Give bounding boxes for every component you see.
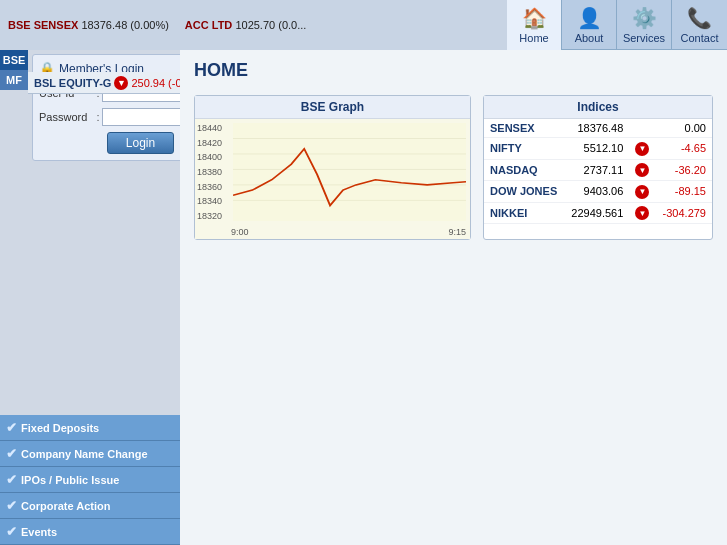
password-sep: : (94, 111, 102, 123)
indices-row: DOW JONES 9403.06 ▼ -89.15 (484, 181, 712, 203)
accordion-item[interactable]: ✔ Events (0, 519, 180, 545)
bse-graph-title: BSE Graph (195, 96, 470, 119)
top-navigation: 🏠 Home 👤 About ⚙️ Services 📞 Contact (507, 0, 727, 50)
nav-contact[interactable]: 📞 Contact (672, 0, 727, 50)
idx-change: 0.00 (656, 119, 712, 138)
svg-rect-0 (233, 123, 466, 221)
indices-row: NASDAQ 2737.11 ▼ -36.20 (484, 159, 712, 181)
indices-panel: Indices SENSEX 18376.48 0.00 NIFTY 5512.… (483, 95, 713, 240)
nav-home-label: Home (519, 32, 548, 44)
indices-row: NIFTY 5512.10 ▼ -4.65 (484, 138, 712, 160)
y-label-6: 18340 (197, 196, 222, 206)
bse-tab[interactable]: BSE (0, 50, 28, 70)
idx-arrow-cell (629, 119, 655, 138)
nav-contact-label: Contact (681, 32, 719, 44)
y-label-4: 18380 (197, 167, 222, 177)
indices-row: SENSEX 18376.48 0.00 (484, 119, 712, 138)
mf-tab[interactable]: MF (0, 70, 28, 90)
idx-value: 5512.10 (564, 138, 629, 160)
idx-value: 18376.48 (564, 119, 629, 138)
password-label: Password (39, 111, 94, 123)
idx-name: DOW JONES (484, 181, 564, 203)
accordion-item[interactable]: ✔ Company Name Change (0, 441, 180, 467)
graph-area: © BSEIndia.com 18440 18420 18400 18380 1… (195, 119, 470, 239)
x-label-end: 9:15 (448, 227, 466, 237)
main-content: HOME BSE Graph © BSEIndia.com 18440 1842… (180, 50, 727, 545)
indices-title: Indices (484, 96, 712, 119)
sidebar-top: BSE MF 🔒 Member's Login User Id : Passwo… (0, 50, 180, 165)
accordion-label: Fixed Deposits (21, 422, 99, 434)
accordion-item[interactable]: ✔ IPOs / Public Issue (0, 467, 180, 493)
idx-change: -304.279 (656, 202, 712, 224)
idx-name: NIKKEI (484, 202, 564, 224)
idx-name: NIFTY (484, 138, 564, 160)
home-icon: 🏠 (522, 6, 547, 30)
idx-direction-icon: ▼ (635, 163, 649, 177)
idx-name: NASDAQ (484, 159, 564, 181)
idx-value: 22949.561 (564, 202, 629, 224)
bse-graph-svg (233, 123, 466, 221)
idx-direction-icon: ▼ (635, 185, 649, 199)
nav-about-label: About (575, 32, 604, 44)
nav-home[interactable]: 🏠 Home (507, 0, 562, 50)
idx-arrow-cell: ▼ (629, 138, 655, 160)
x-label-start: 9:00 (231, 227, 249, 237)
idx-change: -89.15 (656, 181, 712, 203)
idx-value: 9403.06 (564, 181, 629, 203)
accordion-check-icon: ✔ (6, 498, 17, 513)
y-label-7: 18320 (197, 211, 222, 221)
y-label-1: 18440 (197, 123, 222, 133)
bsl-down-arrow: ▼ (114, 76, 128, 90)
accordion-check-icon: ✔ (6, 472, 17, 487)
services-icon: ⚙️ (632, 6, 657, 30)
page-title: HOME (180, 50, 727, 87)
indices-row: NIKKEI 22949.561 ▼ -304.279 (484, 202, 712, 224)
idx-direction-icon: ▼ (635, 142, 649, 156)
contact-icon: 📞 (687, 6, 712, 30)
bse-graph-panel: BSE Graph © BSEIndia.com 18440 18420 184… (194, 95, 471, 240)
idx-value: 2737.11 (564, 159, 629, 181)
login-button[interactable]: Login (107, 132, 174, 154)
top-ticker-bar: BSE SENSEX 18376.48 (0.00%) ACC LTD 1025… (0, 0, 507, 50)
accordion-check-icon: ✔ (6, 524, 17, 539)
accordion-label: IPOs / Public Issue (21, 474, 119, 486)
idx-arrow-cell: ▼ (629, 159, 655, 181)
x-axis-labels: 9:00 9:15 (231, 227, 466, 237)
y-label-2: 18420 (197, 138, 222, 148)
idx-name: SENSEX (484, 119, 564, 138)
y-label-5: 18360 (197, 182, 222, 192)
accordion-check-icon: ✔ (6, 446, 17, 461)
panels-row: BSE Graph © BSEIndia.com 18440 18420 184… (180, 87, 727, 248)
nav-about[interactable]: 👤 About (562, 0, 617, 50)
indices-table: SENSEX 18376.48 0.00 NIFTY 5512.10 ▼ -4.… (484, 119, 712, 224)
idx-arrow-cell: ▼ (629, 181, 655, 203)
idx-change: -4.65 (656, 138, 712, 160)
idx-change: -36.20 (656, 159, 712, 181)
ticker2-bsl: BSL EQUITY-G ▼ 250.94 (-0.99) (34, 76, 200, 90)
accordion-item[interactable]: ✔ Fixed Deposits (0, 415, 180, 441)
accordion-check-icon: ✔ (6, 420, 17, 435)
y-label-3: 18400 (197, 152, 222, 162)
ticker-acc-ltd: ACC LTD 1025.70 (0.0... (185, 19, 306, 31)
y-axis-labels: 18440 18420 18400 18380 18360 18340 1832… (197, 123, 222, 221)
accordion-label: Events (21, 526, 57, 538)
idx-direction-icon: ▼ (635, 206, 649, 220)
about-icon: 👤 (577, 6, 602, 30)
bse-mf-tabs: BSE MF (0, 50, 28, 165)
sidebar-accordion: ✔ Fixed Deposits ✔ Company Name Change ✔… (0, 415, 180, 545)
accordion-item[interactable]: ✔ Corporate Action (0, 493, 180, 519)
nav-services-label: Services (623, 32, 665, 44)
nav-services[interactable]: ⚙️ Services (617, 0, 672, 50)
accordion-label: Company Name Change (21, 448, 148, 460)
idx-arrow-cell: ▼ (629, 202, 655, 224)
ticker-bse-sensex: BSE SENSEX 18376.48 (0.00%) (8, 19, 169, 31)
accordion-label: Corporate Action (21, 500, 110, 512)
